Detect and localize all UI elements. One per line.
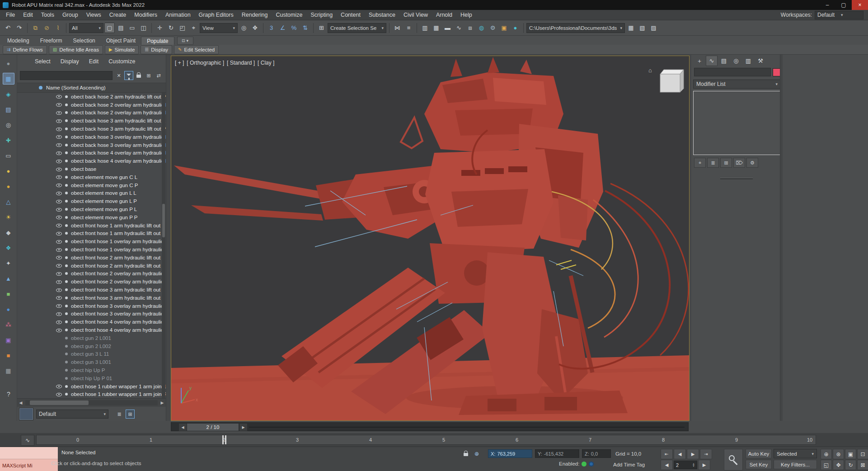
visibility-eye-icon[interactable] xyxy=(56,391,62,397)
workspace-layout-1-icon[interactable]: ▦ xyxy=(626,23,636,33)
reference-coordinate-dropdown[interactable]: View▾ xyxy=(200,23,238,33)
rendered-frame-window-icon[interactable]: ▣ xyxy=(499,23,509,33)
sync-selection-icon-glyph[interactable]: ⇄ xyxy=(156,73,160,79)
mirror-icon[interactable]: ⋈ xyxy=(392,23,403,33)
coordinate-x-field[interactable]: X: 763,259 xyxy=(488,449,532,458)
toggle-ribbon-icon[interactable]: ▬ xyxy=(442,23,453,33)
pick-parent-icon-glyph[interactable]: ⊞ xyxy=(146,73,150,79)
menu-rendering[interactable]: Rendering xyxy=(238,10,272,20)
scene-row[interactable]: obect element move gun P P xyxy=(17,213,166,221)
scrollbar-thumb[interactable] xyxy=(30,400,89,405)
configure-modifier-sets-icon[interactable]: ⚙ xyxy=(746,158,758,168)
ribbon-button-define-idle-areas[interactable]: ▧Define Idle Areas xyxy=(49,45,103,54)
time-slider-track[interactable]: ◀ 2 / 10 ▶ xyxy=(171,422,689,431)
scene-row[interactable]: obect back hose 3 arm hydraulic lift out… xyxy=(17,125,166,133)
create-target-icon[interactable]: ■ xyxy=(3,349,14,361)
menu-create[interactable]: Create xyxy=(105,10,131,20)
lock-explorer-icon[interactable] xyxy=(134,71,143,80)
visibility-eye-icon[interactable] xyxy=(56,279,62,285)
explorer-vertical-scrollbar[interactable] xyxy=(162,93,165,398)
motion-tab[interactable]: ◎ xyxy=(730,56,742,66)
select-by-name-icon[interactable]: ▤ xyxy=(116,23,126,33)
scene-row[interactable]: obect base xyxy=(17,165,166,173)
scene-row[interactable]: obect gun 2 L002 xyxy=(17,342,166,350)
scene-row[interactable]: obect front hose 3 arm hydraulic lift ou… xyxy=(17,286,166,294)
orbit-icon[interactable]: ↻ xyxy=(845,460,856,470)
create-sphere-icon[interactable]: ● xyxy=(3,180,14,192)
viewport-shading-label[interactable]: [ Clay ] xyxy=(258,60,274,66)
explorer-menu-display[interactable]: Display xyxy=(56,58,84,65)
visibility-eye-icon[interactable] xyxy=(56,271,62,277)
workspace-layout-2-icon[interactable]: ▧ xyxy=(637,23,647,33)
ribbon-button-define-flows[interactable]: ⇉Define Flows xyxy=(3,45,47,54)
filter-icon-glyph[interactable] xyxy=(126,72,132,79)
explorer-preset-dropdown[interactable]: Default ▾ xyxy=(36,410,108,419)
mini-curve-editor-button[interactable]: ∿ xyxy=(21,435,34,446)
project-folder-field[interactable]: C:\Users\Professional\Documents\3ds Max … xyxy=(526,23,625,33)
select-object-icon[interactable]: ▢ xyxy=(104,23,115,33)
select-and-link-icon[interactable]: ⧉ xyxy=(30,23,41,33)
create-box-icon[interactable]: ▦ xyxy=(3,73,14,85)
make-unique-icon[interactable]: ⊞ xyxy=(720,158,732,168)
visibility-eye-icon[interactable] xyxy=(56,94,62,99)
ribbon-tab-object-paint[interactable]: Object Paint xyxy=(101,37,141,45)
viewport-nav-icon[interactable]: ● xyxy=(3,57,14,69)
menu-civil-view[interactable]: Civil View xyxy=(399,10,432,20)
visibility-eye-icon[interactable] xyxy=(56,214,62,220)
set-keys-button[interactable] xyxy=(724,449,743,471)
explorer-menu-select[interactable]: Select xyxy=(30,58,56,65)
create-tab[interactable]: ＋ xyxy=(694,56,705,66)
snap-target-icon[interactable]: ◎ xyxy=(3,119,14,131)
scene-row[interactable]: obect hose 1 rubber wrapper 1 arm joint … xyxy=(17,382,166,391)
enabled-on-toggle-icon[interactable] xyxy=(582,462,586,466)
hierarchy-tab[interactable]: ▤ xyxy=(718,56,730,66)
viewport-menu-plus[interactable]: [ + ] xyxy=(175,60,184,66)
enabled-alt-toggle-icon[interactable] xyxy=(589,462,594,466)
time-slider-handle[interactable]: 2 / 10 xyxy=(187,423,239,431)
auto-key-button[interactable]: Auto Key xyxy=(746,449,772,458)
spinner-icon[interactable]: ▲▼ xyxy=(692,463,695,467)
viewport-standard-label[interactable]: [ Standard ] xyxy=(227,60,255,66)
edit-named-selection-sets-icon[interactable]: ⊞ xyxy=(316,23,327,33)
spinner-snap-icon[interactable]: ⇅ xyxy=(300,23,310,33)
scene-row[interactable]: obect front hose 4 overlay arm hydraulic xyxy=(17,318,166,326)
scene-row[interactable]: obect gun 2 L001 xyxy=(17,334,166,342)
absolute-offset-toggle-icon[interactable]: ⊕ xyxy=(473,450,481,458)
bind-to-space-warp-icon[interactable]: ⌇ xyxy=(53,23,63,33)
visibility-eye-icon[interactable] xyxy=(56,118,62,124)
visibility-eye-icon[interactable] xyxy=(56,207,62,212)
minimize-button[interactable]: – xyxy=(819,0,835,10)
scene-row[interactable]: obect front hose 3 arm hydraulic lift ou… xyxy=(17,294,166,302)
viewcube[interactable]: ⌂ xyxy=(648,67,684,92)
schematic-view-icon[interactable]: ⧈ xyxy=(465,23,475,33)
named-selection-set-dropdown[interactable]: Create Selection Se▾ xyxy=(328,23,386,33)
explorer-menu-edit[interactable]: Edit xyxy=(84,58,104,65)
visibility-eye-icon[interactable] xyxy=(56,102,62,108)
current-frame-marker[interactable] xyxy=(221,435,227,444)
scroll-left-icon[interactable]: ◀ xyxy=(17,399,24,406)
display-tab[interactable]: ▥ xyxy=(742,56,754,66)
render-setup-icon[interactable]: ⚙ xyxy=(488,23,498,33)
visibility-eye-icon[interactable] xyxy=(56,222,62,228)
workspace-layout-3-icon[interactable]: ▨ xyxy=(648,23,659,33)
visibility-eye-icon[interactable] xyxy=(56,239,62,245)
render-production-icon[interactable]: ● xyxy=(510,23,521,33)
selection-filter-dropdown[interactable]: All▾ xyxy=(69,23,103,33)
selection-lock-toggle-icon-glyph[interactable] xyxy=(463,451,469,457)
modifier-stack-box[interactable] xyxy=(693,91,781,155)
visibility-eye-icon[interactable] xyxy=(56,142,62,148)
sync-selection-icon[interactable]: ⇄ xyxy=(154,71,163,80)
pan-view-icon[interactable]: ✥ xyxy=(833,460,844,470)
create-cylinder-icon[interactable]: ● xyxy=(3,165,14,177)
menu-file[interactable]: File xyxy=(2,10,19,20)
maximize-viewport-toggle-icon[interactable]: ⊠ xyxy=(857,460,868,470)
scene-row[interactable]: obect front hose 1 arm hydraulic lift ou… xyxy=(17,221,166,230)
scene-row[interactable]: obect back hose 4 overlay arm hydraulic … xyxy=(17,157,166,165)
visibility-eye-icon[interactable] xyxy=(56,263,62,268)
play-button[interactable]: ▶ xyxy=(687,449,699,459)
visibility-eye-icon[interactable] xyxy=(56,327,62,333)
redo-icon[interactable]: ↷ xyxy=(14,23,24,33)
particle-systems-icon[interactable]: ⁂ xyxy=(3,319,14,330)
scene-row[interactable]: obect back hose 3 overlay arm hydraulic … xyxy=(17,133,166,141)
workspace-dropdown[interactable]: Default ▾ xyxy=(815,11,863,19)
